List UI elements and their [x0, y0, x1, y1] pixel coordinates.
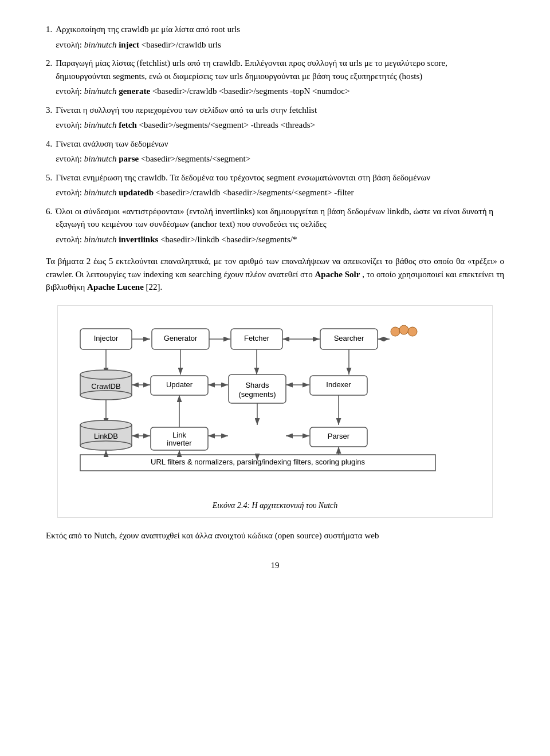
item-5-text: Γίνεται ενημέρωση της crawldb. Τα δεδομέ… — [56, 173, 430, 182]
item-1-cmd-prefix: εντολή: — [56, 40, 84, 49]
svg-point-20 — [80, 391, 132, 400]
item-6: 6. Όλοι οι σύνδεσμοι «αντιστρέφονται» (ε… — [46, 205, 504, 246]
item-1-content: Αρχικοποίηση της crawldb με μία λίστα απ… — [56, 23, 504, 51]
item-3-cmd-italic: bin/nutch — [84, 120, 117, 129]
item-5-cmd-rest: <basedir>/crawldb <basedir>/segments/<se… — [156, 188, 354, 197]
indexer-label: Indexer — [326, 380, 351, 389]
bottom-bar-label: URL filters & normalizers, parsing/index… — [151, 458, 365, 466]
item-2-cmd-bold: generate — [116, 86, 152, 96]
figure-caption: Εικόνα 2.4: Η αρχιτεκτονική του Nutch — [64, 499, 486, 511]
svg-point-12 — [408, 327, 417, 336]
item-5-cmd-bold: updatedb — [116, 188, 155, 197]
item-2-number: 2. — [46, 57, 52, 98]
item-1-command: εντολή: bin/nutch inject <basedir>/crawl… — [56, 38, 504, 52]
item-6-command: εντολή: bin/nutch invertlinks <basedir>/… — [56, 233, 504, 246]
item-2-text: Παραγωγή μίας λίστας (fetchlist) urls απ… — [56, 58, 447, 81]
shards-label-1: Shards — [245, 381, 269, 389]
item-4: 4. Γίνεται ανάλυση των δεδομένων εντολή:… — [46, 137, 504, 166]
linkinverter-label-1: Link — [172, 431, 186, 439]
generator-label: Generator — [164, 334, 198, 342]
item-1-cmd-italic: bin/nutch — [84, 40, 117, 49]
architecture-diagram: Injector Generator Fetcher Searcher — [69, 317, 481, 495]
shards-label-2: (segments) — [238, 390, 276, 399]
item-2-command: εντολή: bin/nutch generate <basedir>/cra… — [56, 85, 504, 98]
item-6-content: Όλοι οι σύνδεσμοι «αντιστρέφονται» (εντο… — [56, 205, 504, 246]
item-4-cmd-italic: bin/nutch — [84, 154, 117, 163]
item-3-text: Γίνεται η συλλογή του περιεχομένου των σ… — [56, 105, 317, 115]
item-6-text: Όλοι οι σύνδεσμοι «αντιστρέφονται» (εντο… — [56, 207, 493, 229]
item-6-cmd-italic: bin/nutch — [84, 235, 117, 244]
updater-label: Updater — [166, 380, 193, 389]
svg-point-10 — [391, 327, 400, 336]
item-3-content: Γίνεται η συλλογή του περιεχομένου των σ… — [56, 104, 504, 132]
paragraph-1: Τα βήματα 2 έως 5 εκτελούνται επαναληπτι… — [46, 255, 504, 294]
linkinverter-label-2: inverter — [167, 439, 192, 447]
svg-point-32 — [80, 441, 132, 450]
item-2: 2. Παραγωγή μίας λίστας (fetchlist) urls… — [46, 57, 504, 98]
para-1-text-end: [22]. — [146, 282, 163, 292]
item-6-cmd-prefix: εντολή: — [56, 235, 84, 244]
para-2-text: Εκτός από το Nutch, έχουν αναπτυχθεί και… — [46, 531, 379, 540]
item-6-cmd-rest: <basedir>/linkdb <basedir>/segments/* — [160, 235, 297, 244]
item-2-cmd-prefix: εντολή: — [56, 86, 84, 96]
svg-point-31 — [80, 420, 132, 430]
item-3-cmd-prefix: εντολή: — [56, 120, 84, 129]
apache-solr-bold: Apache Solr — [315, 270, 360, 279]
item-4-text: Γίνεται ανάλυση των δεδομένων — [56, 139, 168, 148]
item-2-cmd-rest: <basedir>/crawldb <basedir>/segments -to… — [152, 86, 349, 96]
crawldb-label: CrawlDB — [91, 382, 120, 391]
item-4-number: 4. — [46, 137, 52, 166]
item-6-number: 6. — [46, 205, 52, 246]
paragraph-2: Εκτός από το Nutch, έχουν αναπτυχθεί και… — [46, 529, 504, 542]
item-3-number: 3. — [46, 104, 52, 132]
fetcher-label: Fetcher — [244, 334, 270, 342]
item-1-number: 1. — [46, 23, 52, 51]
item-1: 1. Αρχικοποίηση της crawldb με μία λίστα… — [46, 23, 504, 51]
item-4-cmd-rest: <basedir>/segments/<segment> — [141, 154, 250, 163]
item-5-number: 5. — [46, 171, 52, 199]
item-1-text: Αρχικοποίηση της crawldb με μία λίστα απ… — [56, 25, 240, 34]
item-5: 5. Γίνεται ενημέρωση της crawldb. Τα δεδ… — [46, 171, 504, 199]
item-5-cmd-italic: bin/nutch — [84, 188, 117, 197]
item-2-content: Παραγωγή μίας λίστας (fetchlist) urls απ… — [56, 57, 504, 98]
item-4-cmd-prefix: εντολή: — [56, 154, 84, 163]
item-3-cmd-bold: fetch — [116, 120, 139, 129]
item-3: 3. Γίνεται η συλλογή του περιεχομένου τω… — [46, 104, 504, 132]
linkdb-label: LinkDB — [94, 432, 118, 440]
item-2-cmd-italic: bin/nutch — [84, 86, 117, 96]
injector-label: Injector — [94, 334, 119, 342]
svg-point-11 — [399, 325, 408, 334]
svg-point-19 — [80, 370, 132, 379]
item-3-command: εντολή: bin/nutch fetch <basedir>/segmen… — [56, 119, 504, 132]
item-5-command: εντολή: bin/nutch updatedb <basedir>/cra… — [56, 186, 504, 199]
parser-label: Parser — [328, 432, 350, 440]
item-1-cmd-rest: <basedir>/crawldb urls — [142, 40, 221, 49]
item-6-cmd-bold: invertlinks — [116, 235, 160, 244]
figure-container: Injector Generator Fetcher Searcher — [57, 305, 493, 518]
item-1-cmd-bold: inject — [116, 40, 141, 49]
item-5-content: Γίνεται ενημέρωση της crawldb. Τα δεδομέ… — [56, 171, 504, 199]
searcher-label: Searcher — [334, 334, 364, 342]
item-5-cmd-prefix: εντολή: — [56, 188, 84, 197]
item-4-content: Γίνεται ανάλυση των δεδομένων εντολή: bi… — [56, 137, 504, 166]
item-4-command: εντολή: bin/nutch parse <basedir>/segmen… — [56, 152, 504, 166]
apache-lucene-bold: Apache Lucene — [87, 282, 144, 292]
item-4-cmd-bold: parse — [116, 154, 141, 163]
page-number: 19 — [46, 559, 504, 572]
item-3-cmd-rest: <basedir>/segments/<segment> -threads <t… — [139, 120, 315, 129]
